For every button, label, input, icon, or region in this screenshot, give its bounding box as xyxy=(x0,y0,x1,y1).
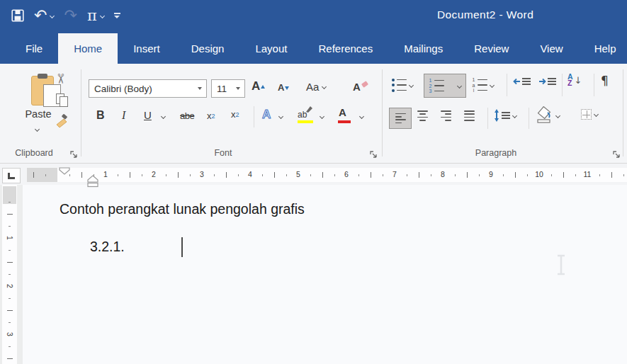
numbering-dropdown-icon[interactable] xyxy=(457,83,462,88)
align-left-icon xyxy=(395,113,406,124)
text-effects-dropdown-icon[interactable] xyxy=(278,114,283,119)
bullets-dropdown-icon[interactable] xyxy=(409,82,414,87)
increase-indent-button[interactable] xyxy=(538,78,556,85)
font-color-button[interactable]: A xyxy=(339,106,346,119)
document-page[interactable]: Contoh perangkat lunak pengolah grafis 3… xyxy=(23,185,627,364)
line-spacing-button[interactable] xyxy=(495,109,516,122)
paragraph-dialog-launcher[interactable] xyxy=(612,149,621,159)
tab-home[interactable]: Home xyxy=(58,33,118,64)
font-size-dropdown-icon[interactable] xyxy=(236,87,240,90)
borders-button[interactable] xyxy=(581,109,598,120)
underline-dropdown-icon[interactable] xyxy=(161,114,166,119)
justify-button[interactable] xyxy=(464,110,475,121)
borders-icon xyxy=(581,109,592,120)
line-spacing-icon xyxy=(495,109,499,122)
tab-help[interactable]: Help xyxy=(579,33,627,64)
save-icon xyxy=(11,9,24,22)
paste-label: Paste xyxy=(18,108,58,120)
tab-insert[interactable]: Insert xyxy=(118,33,176,64)
tab-design[interactable]: Design xyxy=(176,33,240,64)
document-list-number[interactable]: 3.2.1. xyxy=(90,239,125,255)
undo-button[interactable]: ↶ xyxy=(34,8,54,23)
tab-stop-selector[interactable] xyxy=(2,168,21,183)
equation-button[interactable]: π xyxy=(87,8,104,23)
ribbon: Paste ✂ Clipboard Ca xyxy=(0,64,627,164)
tab-mailings[interactable]: Mailings xyxy=(388,33,458,64)
italic-button[interactable]: I xyxy=(122,109,125,122)
ribbon-tab-row: File Home Insert Design Layout Reference… xyxy=(0,31,627,64)
document-heading-text[interactable]: Contoh perangkat lunak pengolah grafis xyxy=(60,201,305,217)
clipboard-group-label: Clipboard xyxy=(6,148,62,158)
strikethrough-button[interactable]: abe xyxy=(180,110,194,121)
subscript-button[interactable]: x2 xyxy=(207,110,215,121)
clear-formatting-icon: A xyxy=(353,81,361,93)
tab-review[interactable]: Review xyxy=(458,33,524,64)
font-name-combobox[interactable]: Calibri (Body) xyxy=(89,79,207,98)
highlight-color-swatch xyxy=(298,120,313,123)
paragraph-group-label: Paragraph xyxy=(464,148,528,158)
superscript-button[interactable]: x2 xyxy=(231,109,239,120)
clipboard-dialog-launcher[interactable] xyxy=(69,149,79,159)
align-right-button[interactable] xyxy=(441,110,451,121)
shading-button[interactable] xyxy=(535,106,560,125)
group-separator xyxy=(623,69,623,157)
hanging-indent-marker[interactable] xyxy=(87,175,98,188)
customize-qat-icon xyxy=(114,13,120,14)
cut-button[interactable]: ✂ xyxy=(55,71,67,86)
left-arrow-icon xyxy=(513,78,521,85)
tab-file[interactable]: File xyxy=(10,33,58,64)
first-line-indent-marker[interactable] xyxy=(59,167,70,175)
format-painter-button[interactable] xyxy=(54,113,71,133)
font-dialog-launcher[interactable] xyxy=(369,149,378,159)
shading-dropdown-icon[interactable] xyxy=(555,113,560,118)
multilevel-list-button[interactable]: 1 a i xyxy=(472,78,494,92)
paste-dropdown-icon[interactable] xyxy=(35,127,40,132)
vertical-ruler[interactable]: 123 xyxy=(2,185,17,364)
align-center-button[interactable] xyxy=(417,110,428,121)
redo-button-disabled[interactable]: ↷ xyxy=(64,8,77,23)
numbering-button-selected[interactable]: 1 2 3 xyxy=(424,74,466,98)
borders-dropdown-icon[interactable] xyxy=(594,112,599,117)
text-effects-button[interactable]: A xyxy=(262,108,271,122)
change-case-button[interactable]: Aa xyxy=(306,81,326,93)
clear-formatting-button[interactable]: A xyxy=(353,81,368,93)
font-color-icon: A xyxy=(339,106,346,118)
align-left-button-selected[interactable] xyxy=(389,108,412,129)
copy-button[interactable] xyxy=(56,93,69,108)
tab-layout[interactable]: Layout xyxy=(239,33,303,64)
customize-qat-button[interactable] xyxy=(114,13,120,18)
sort-button[interactable]: A Z ↓ xyxy=(567,74,582,86)
right-arrow-icon xyxy=(538,78,546,85)
shrink-font-button[interactable]: A xyxy=(278,82,284,93)
multilevel-dropdown-icon[interactable] xyxy=(490,82,495,87)
line-spacing-dropdown-icon[interactable] xyxy=(512,113,517,118)
text-highlight-dropdown-icon[interactable] xyxy=(320,114,324,119)
save-button[interactable] xyxy=(11,9,24,22)
format-painter-icon xyxy=(54,113,71,130)
font-color-dropdown-icon[interactable] xyxy=(359,114,364,119)
font-size-combobox[interactable]: 11 xyxy=(211,79,245,98)
shrink-font-icon: A xyxy=(278,82,284,93)
title-bar: ↶ ↷ π Document2 - Word xyxy=(0,0,627,31)
tab-references[interactable]: References xyxy=(303,33,388,64)
text-highlight-button[interactable]: ab xyxy=(298,108,307,120)
horizontal-ruler[interactable]: 1234567891011 xyxy=(27,168,627,182)
grow-font-icon: A xyxy=(252,79,260,93)
sort-az-icon: A Z xyxy=(567,74,573,86)
window-title: Document2 - Word xyxy=(437,8,533,21)
multilevel-list-icon: 1 a i xyxy=(472,78,487,92)
redo-icon: ↷ xyxy=(64,8,77,23)
equation-dropdown-icon[interactable] xyxy=(100,13,105,18)
left-indent-marker[interactable] xyxy=(88,183,98,187)
undo-dropdown-icon[interactable] xyxy=(50,13,55,18)
grow-font-button[interactable]: A xyxy=(252,79,260,93)
underline-button[interactable]: U xyxy=(144,109,152,121)
undo-icon: ↶ xyxy=(34,8,47,23)
text-caret xyxy=(181,237,183,257)
decrease-indent-button[interactable] xyxy=(513,78,531,85)
show-hide-marks-button[interactable]: ¶ xyxy=(601,74,609,88)
bold-button[interactable]: B xyxy=(96,109,105,122)
bullets-button[interactable] xyxy=(392,78,413,92)
font-name-dropdown-icon[interactable] xyxy=(198,87,202,90)
tab-view[interactable]: View xyxy=(524,33,578,64)
